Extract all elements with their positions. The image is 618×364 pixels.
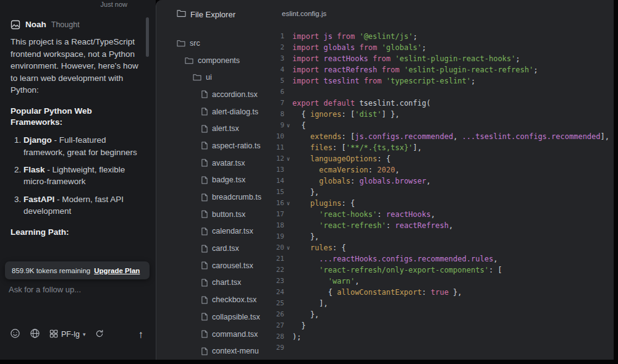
globe-button[interactable] <box>30 328 40 341</box>
code-text <box>292 87 614 98</box>
file-icon <box>201 296 208 304</box>
model-selector[interactable]: PF-lg ▾ <box>49 329 85 340</box>
code-text: 'warn', <box>292 276 614 287</box>
file-icon <box>201 125 208 133</box>
code-line: 11 files: ['**/*.{ts,tsx}'], <box>273 142 614 153</box>
code-text: globals: globals.browser, <box>292 176 614 187</box>
fold-gutter <box>284 87 292 98</box>
folder-icon <box>177 40 185 47</box>
file-icon <box>201 159 208 167</box>
tree-file-item[interactable]: accordion.tsx <box>156 86 273 103</box>
fold-gutter <box>284 31 292 42</box>
fold-gutter <box>284 209 292 220</box>
tree-folder-item[interactable]: ui <box>156 69 273 86</box>
code-text: ...reactHooks.configs.recommended.rules, <box>292 253 614 265</box>
fold-gutter <box>284 164 292 176</box>
tree-file-item[interactable]: button.tsx <box>156 206 273 223</box>
folder-icon <box>177 9 186 19</box>
tree-file-item[interactable]: card.tsx <box>156 240 273 257</box>
tree-file-item[interactable]: aspect-ratio.ts <box>156 137 273 154</box>
upgrade-plan-link[interactable]: Upgrade Plan <box>94 267 140 274</box>
fold-gutter <box>284 253 292 265</box>
thought-toggle[interactable]: Thought <box>51 19 80 30</box>
file-icon <box>201 227 208 235</box>
code-line: 26 }, <box>273 309 614 320</box>
fold-gutter <box>284 109 292 120</box>
tree-file-item[interactable]: collapsible.tsx <box>156 308 273 326</box>
tree-folder-item[interactable]: src <box>156 35 273 52</box>
tree-item-label: accordion.tsx <box>212 90 258 99</box>
fold-gutter <box>284 231 292 242</box>
fold-chevron-icon[interactable]: ∨ <box>284 120 292 131</box>
tree-file-item[interactable]: avatar.tsx <box>156 154 273 172</box>
fold-chevron-icon[interactable]: ∨ <box>284 153 292 164</box>
file-tree: srccomponentsuiaccordion.tsxalert-dialog… <box>156 35 273 360</box>
tree-file-item[interactable]: breadcrumb.ts <box>156 188 273 206</box>
chat-scrollbar[interactable] <box>146 17 149 57</box>
code-line: 23 'warn', <box>273 276 614 287</box>
tree-file-item[interactable]: calendar.tsx <box>156 223 273 240</box>
tree-file-item[interactable]: badge.tsx <box>156 172 273 189</box>
line-number: 17 <box>273 209 284 220</box>
code-text: plugins: { <box>292 198 614 209</box>
tree-item-label: card.tsx <box>212 244 239 253</box>
file-icon <box>201 261 208 269</box>
code-line: 22 'react-refresh/only-export-components… <box>273 265 614 276</box>
code-text: }, <box>292 231 614 242</box>
tree-file-item[interactable]: chart.tsx <box>156 274 273 292</box>
tree-folder-item[interactable]: components <box>156 52 273 69</box>
file-icon <box>201 313 208 321</box>
line-number: 19 <box>273 231 284 242</box>
tokens-remaining-label: 859.9K tokens remaining <box>12 267 90 274</box>
line-number: 26 <box>273 309 284 320</box>
tree-item-label: calendar.tsx <box>212 227 253 235</box>
tree-item-label: carousel.tsx <box>212 261 253 270</box>
line-number: 3 <box>273 53 284 64</box>
tree-file-item[interactable]: checkbox.tsx <box>156 291 273 308</box>
line-number: 13 <box>273 164 284 176</box>
file-icon <box>201 90 208 98</box>
code-text: { allowConstantExport: true }, <box>292 287 614 298</box>
emoji-button[interactable] <box>10 328 20 341</box>
fold-gutter <box>284 320 292 331</box>
fold-chevron-icon[interactable]: ∨ <box>284 242 292 253</box>
noah-avatar-icon <box>11 20 20 30</box>
line-number: 9 <box>273 120 284 131</box>
fold-gutter <box>284 187 292 198</box>
fold-gutter <box>284 176 292 187</box>
regenerate-button[interactable] <box>95 329 104 341</box>
file-icon <box>201 142 208 150</box>
tree-item-label: button.tsx <box>212 210 245 219</box>
refresh-icon <box>95 329 104 341</box>
tree-item-label: alert-dialog.ts <box>212 108 258 116</box>
tree-item-label: src <box>190 39 200 48</box>
fold-gutter <box>284 276 292 287</box>
code-line: 14 globals: globals.browser, <box>273 176 614 187</box>
globe-icon <box>30 328 40 341</box>
code-line: 24 { allowConstantExport: true }, <box>273 287 614 298</box>
followup-input[interactable] <box>7 284 148 295</box>
code-line: 28); <box>273 331 614 342</box>
fold-gutter <box>284 131 292 142</box>
tree-file-item[interactable]: alert-dialog.ts <box>156 103 273 121</box>
send-button[interactable]: ↑ <box>135 329 148 341</box>
tree-item-label: aspect-ratio.ts <box>212 142 261 150</box>
line-number: 20 <box>273 242 284 253</box>
tree-file-item[interactable]: command.tsx <box>156 326 273 343</box>
framework-item: Django - Full-featured framework, great … <box>23 134 139 158</box>
tree-file-item[interactable]: alert.tsx <box>156 120 273 137</box>
line-number: 8 <box>273 109 284 120</box>
tree-file-item[interactable]: context-menu <box>156 342 273 360</box>
line-number: 25 <box>273 298 284 309</box>
fold-gutter <box>284 64 292 75</box>
code-line: 25 ], <box>273 298 614 309</box>
code-text: import reactRefresh from 'eslint-plugin-… <box>292 64 614 75</box>
tree-file-item[interactable]: carousel.tsx <box>156 257 273 274</box>
line-number: 6 <box>273 87 284 98</box>
code-text: 'react-refresh': reactRefresh, <box>292 220 614 231</box>
fold-chevron-icon[interactable]: ∨ <box>284 198 292 209</box>
code-line: 10 extends: [js.configs.recommended, ...… <box>273 131 614 142</box>
code-text <box>292 342 614 353</box>
fold-gutter <box>284 75 292 87</box>
code-lines[interactable]: 1import js from '@eslint/js';2import glo… <box>273 31 614 353</box>
